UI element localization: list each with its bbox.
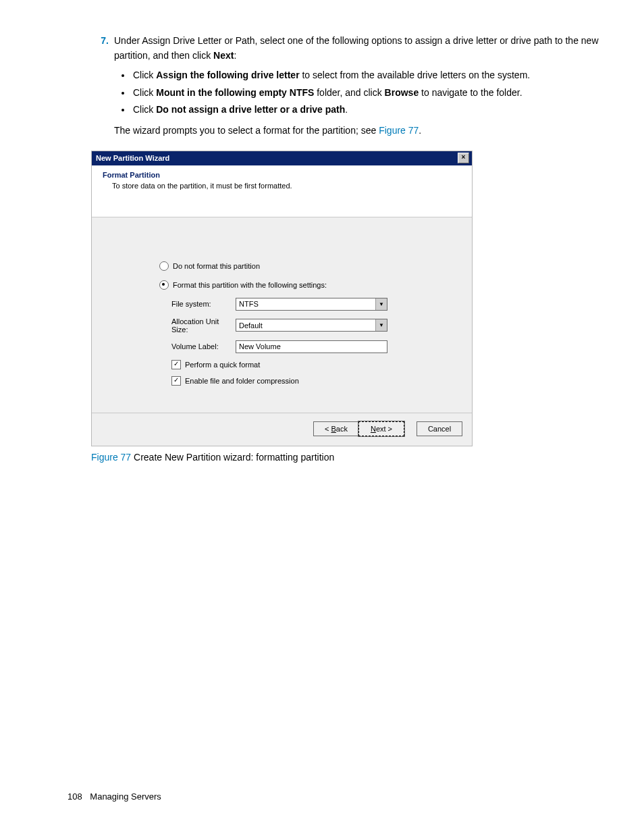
volume-label-input[interactable]: New Volume bbox=[236, 340, 387, 353]
file-system-dropdown[interactable]: NTFS ▼ bbox=[236, 298, 387, 311]
caption-text: Create New Partition wizard: formatting … bbox=[131, 452, 334, 463]
back-button[interactable]: < Back bbox=[313, 421, 359, 436]
allocation-unit-row: Allocation Unit Size: Default ▼ bbox=[171, 317, 453, 334]
bullet-text: Click bbox=[133, 104, 156, 115]
step-text-bold: Next bbox=[213, 50, 234, 61]
figure-link[interactable]: Figure 77 bbox=[379, 125, 419, 136]
chevron-down-icon[interactable]: ▼ bbox=[375, 319, 387, 331]
volume-label-row: Volume Label: New Volume bbox=[171, 340, 453, 353]
dropdown-value: Default bbox=[239, 321, 263, 330]
wizard-header-title: Format Partition bbox=[103, 171, 464, 179]
checkbox-icon[interactable]: ✓ bbox=[171, 360, 181, 369]
footer-section: Managing Servers bbox=[90, 791, 161, 802]
bullet-2: Click Mount in the following empty NTFS … bbox=[132, 84, 603, 101]
radio-label: Do not format this partition bbox=[173, 262, 260, 270]
file-system-label: File system: bbox=[171, 300, 236, 308]
btn-text: B bbox=[331, 425, 336, 433]
btn-text: N bbox=[371, 425, 376, 433]
btn-text: < bbox=[325, 425, 331, 433]
page-number: 108 bbox=[68, 791, 82, 802]
after-bullets-text: The wizard prompts you to select a forma… bbox=[114, 124, 603, 138]
checkbox-label: Perform a quick format bbox=[185, 361, 260, 369]
step-7: 7. Under Assign Drive Letter or Path, se… bbox=[91, 34, 603, 138]
radio-icon[interactable] bbox=[159, 261, 169, 271]
btn-text: ack bbox=[336, 425, 348, 433]
format-settings-group: File system: NTFS ▼ Allocation Unit Size… bbox=[171, 298, 453, 353]
allocation-unit-label: Allocation Unit Size: bbox=[171, 317, 236, 334]
after-a: The wizard prompts you to select a forma… bbox=[114, 125, 379, 136]
bullet-text: to navigate to the folder. bbox=[419, 87, 522, 98]
dropdown-value: NTFS bbox=[239, 300, 259, 308]
allocation-unit-dropdown[interactable]: Default ▼ bbox=[236, 319, 387, 332]
step-number: 7. bbox=[91, 35, 109, 46]
bullet-text: . bbox=[345, 104, 348, 115]
radio-option-format[interactable]: Format this partition with the following… bbox=[159, 280, 453, 290]
wizard-body: Do not format this partition Format this… bbox=[92, 217, 472, 413]
enable-compression-checkbox-row[interactable]: ✓ Enable file and folder compression bbox=[171, 376, 453, 386]
radio-option-no-format[interactable]: Do not format this partition bbox=[159, 261, 453, 271]
new-partition-wizard-dialog: New Partition Wizard × Format Partition … bbox=[91, 151, 473, 446]
wizard-title: New Partition Wizard bbox=[96, 154, 169, 162]
page-footer: 108 Managing Servers bbox=[68, 791, 161, 802]
wizard-header-subtitle: To store data on the partition, it must … bbox=[112, 182, 464, 190]
wizard-titlebar: New Partition Wizard × bbox=[92, 151, 472, 165]
file-system-row: File system: NTFS ▼ bbox=[171, 298, 453, 311]
bullet-bold: Assign the following drive letter bbox=[156, 70, 299, 80]
bullet-bold: Browse bbox=[385, 87, 419, 98]
cancel-button[interactable]: Cancel bbox=[417, 421, 462, 436]
btn-text: ext > bbox=[376, 425, 392, 433]
wizard-footer: < Back Next > Cancel bbox=[92, 413, 472, 446]
step-text: Under Assign Drive Letter or Path, selec… bbox=[114, 34, 603, 138]
bullet-bold: Mount in the following empty NTFS bbox=[156, 87, 314, 98]
caption-label: Figure 77 bbox=[91, 452, 131, 463]
bullet-text: Click bbox=[133, 70, 156, 80]
figure-caption: Figure 77 Create New Partition wizard: f… bbox=[91, 452, 603, 463]
checkbox-icon[interactable]: ✓ bbox=[171, 376, 181, 386]
chevron-down-icon[interactable]: ▼ bbox=[375, 298, 387, 310]
quick-format-checkbox-row[interactable]: ✓ Perform a quick format bbox=[171, 360, 453, 369]
sub-bullet-list: Click Assign the following drive letter … bbox=[114, 67, 603, 118]
radio-icon[interactable] bbox=[159, 280, 169, 290]
bullet-text: to select from the available drive lette… bbox=[300, 70, 531, 80]
checkbox-label: Enable file and folder compression bbox=[185, 377, 299, 385]
next-button[interactable]: Next > bbox=[358, 421, 404, 436]
document-page: 7. Under Assign Drive Letter or Path, se… bbox=[0, 0, 644, 834]
radio-label: Format this partition with the following… bbox=[173, 281, 327, 289]
bullet-bold: Do not assign a drive letter or a drive … bbox=[156, 104, 345, 115]
close-icon[interactable]: × bbox=[458, 153, 469, 163]
bullet-3: Click Do not assign a drive letter or a … bbox=[132, 101, 603, 118]
bullet-1: Click Assign the following drive letter … bbox=[132, 67, 603, 84]
wizard-header: Format Partition To store data on the pa… bbox=[92, 165, 472, 217]
volume-label-label: Volume Label: bbox=[171, 342, 236, 350]
bullet-text: folder, and click bbox=[314, 87, 384, 98]
step-text-a: Under Assign Drive Letter or Path, selec… bbox=[114, 35, 599, 61]
step-text-c: : bbox=[234, 50, 236, 61]
bullet-text: Click bbox=[133, 87, 156, 98]
after-b: . bbox=[419, 125, 421, 136]
